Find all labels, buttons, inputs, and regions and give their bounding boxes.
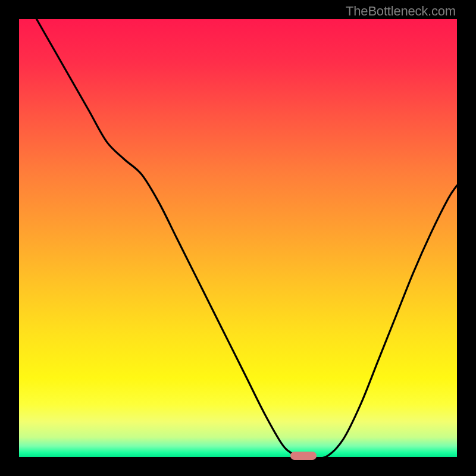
bottleneck-curve [19,19,457,457]
chart-container: TheBottleneck.com [0,0,476,476]
plot-area [19,19,457,457]
watermark-text: TheBottleneck.com [346,4,456,19]
optimal-marker [290,452,317,460]
